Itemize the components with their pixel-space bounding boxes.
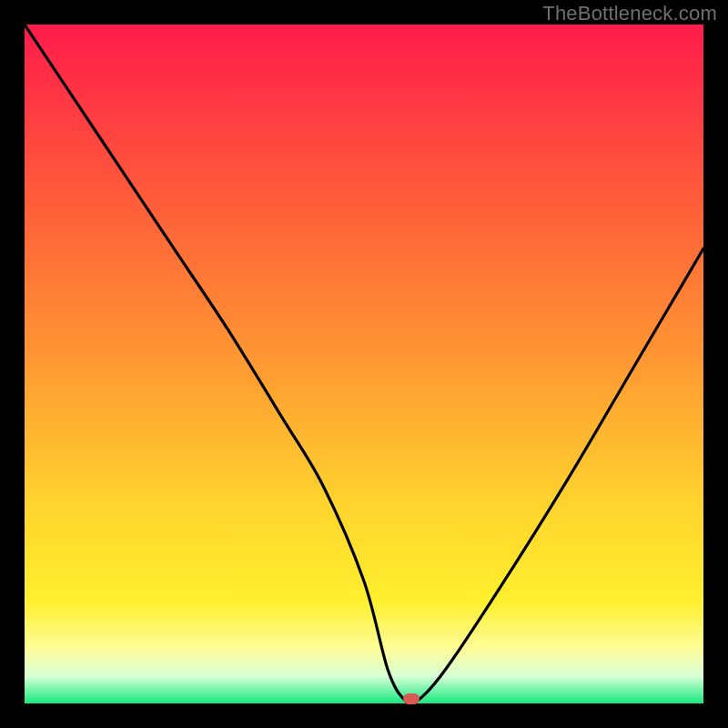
chart-plot-area: [25, 25, 703, 703]
optimal-point-marker: [403, 693, 420, 704]
watermark-text: TheBottleneck.com: [542, 2, 717, 25]
bottleneck-curve: [25, 25, 703, 703]
chart-frame: TheBottleneck.com: [0, 0, 728, 728]
